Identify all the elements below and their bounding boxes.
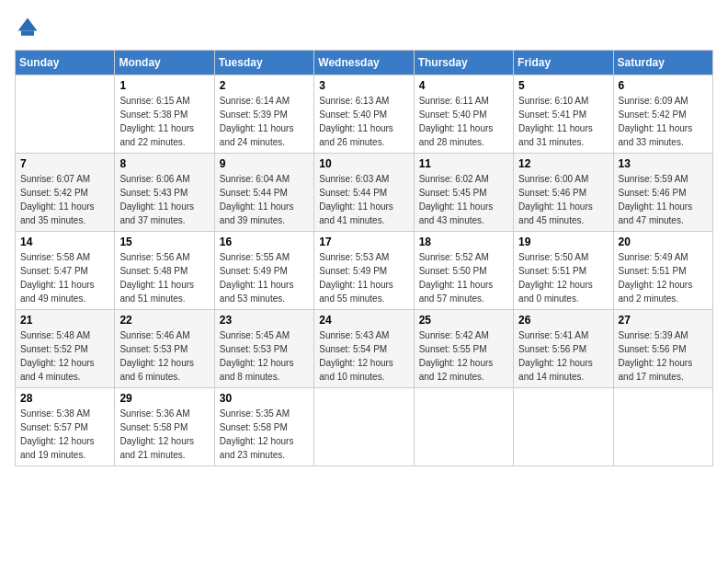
calendar-cell: 6Sunrise: 6:09 AMSunset: 5:42 PMDaylight… (613, 75, 712, 154)
day-number: 27 (619, 314, 708, 327)
calendar-cell: 28Sunrise: 5:38 AMSunset: 5:57 PMDayligh… (16, 388, 115, 466)
day-of-week-header: Sunday (16, 51, 115, 75)
calendar-body: 1Sunrise: 6:15 AMSunset: 5:38 PMDaylight… (16, 75, 713, 466)
day-number: 7 (20, 157, 109, 170)
day-info: Sunrise: 5:52 AMSunset: 5:50 PMDaylight:… (419, 250, 508, 305)
day-info: Sunrise: 5:45 AMSunset: 5:53 PMDaylight:… (220, 328, 309, 384)
day-info: Sunrise: 6:15 AMSunset: 5:38 PMDaylight:… (119, 94, 209, 149)
calendar-cell: 7Sunrise: 6:07 AMSunset: 5:42 PMDaylight… (16, 154, 115, 232)
day-info: Sunrise: 5:36 AMSunset: 5:58 PMDaylight:… (119, 407, 209, 462)
day-of-week-header: Tuesday (214, 51, 313, 75)
calendar-cell: 9Sunrise: 6:04 AMSunset: 5:44 PMDaylight… (214, 154, 313, 232)
calendar-cell: 25Sunrise: 5:42 AMSunset: 5:55 PMDayligh… (414, 310, 513, 388)
calendar-cell: 4Sunrise: 6:11 AMSunset: 5:40 PMDaylight… (414, 75, 513, 154)
day-number: 16 (220, 236, 309, 248)
day-info: Sunrise: 5:50 AMSunset: 5:51 PMDaylight:… (518, 250, 608, 305)
day-number: 30 (220, 392, 309, 405)
day-number: 1 (119, 79, 209, 92)
calendar-cell: 21Sunrise: 5:48 AMSunset: 5:52 PMDayligh… (16, 310, 115, 388)
calendar-cell: 29Sunrise: 5:36 AMSunset: 5:58 PMDayligh… (115, 388, 214, 466)
day-info: Sunrise: 5:53 AMSunset: 5:49 PMDaylight:… (319, 250, 408, 305)
day-number: 20 (619, 236, 708, 248)
calendar-week-row: 1Sunrise: 6:15 AMSunset: 5:38 PMDaylight… (16, 75, 713, 154)
calendar-header-row: SundayMondayTuesdayWednesdayThursdayFrid… (16, 51, 713, 75)
day-number: 8 (119, 157, 209, 170)
day-number: 12 (518, 157, 608, 170)
day-info: Sunrise: 5:42 AMSunset: 5:55 PMDaylight:… (419, 328, 508, 384)
day-info: Sunrise: 6:04 AMSunset: 5:44 PMDaylight:… (220, 172, 309, 227)
day-info: Sunrise: 5:55 AMSunset: 5:49 PMDaylight:… (220, 250, 309, 305)
day-number: 23 (220, 314, 309, 327)
day-info: Sunrise: 5:46 AMSunset: 5:53 PMDaylight:… (119, 328, 209, 384)
day-number: 4 (419, 79, 508, 92)
calendar-cell: 19Sunrise: 5:50 AMSunset: 5:51 PMDayligh… (514, 232, 613, 310)
calendar-cell: 11Sunrise: 6:02 AMSunset: 5:45 PMDayligh… (414, 154, 513, 232)
calendar-week-row: 7Sunrise: 6:07 AMSunset: 5:42 PMDaylight… (16, 154, 713, 232)
svg-rect-1 (21, 31, 34, 36)
day-of-week-header: Friday (514, 51, 613, 75)
calendar-table: SundayMondayTuesdayWednesdayThursdayFrid… (15, 50, 713, 466)
day-number: 10 (319, 157, 408, 170)
calendar-cell (613, 388, 712, 466)
calendar-cell: 30Sunrise: 5:35 AMSunset: 5:58 PMDayligh… (214, 388, 313, 466)
calendar-week-row: 14Sunrise: 5:58 AMSunset: 5:47 PMDayligh… (16, 232, 713, 310)
day-info: Sunrise: 5:48 AMSunset: 5:52 PMDaylight:… (20, 328, 109, 384)
svg-marker-0 (18, 18, 38, 31)
calendar-cell (414, 388, 513, 466)
day-of-week-header: Thursday (414, 51, 513, 75)
calendar-cell: 23Sunrise: 5:45 AMSunset: 5:53 PMDayligh… (214, 310, 313, 388)
day-number: 6 (619, 79, 708, 92)
day-info: Sunrise: 5:49 AMSunset: 5:51 PMDaylight:… (619, 250, 708, 305)
day-info: Sunrise: 5:35 AMSunset: 5:58 PMDaylight:… (220, 407, 309, 462)
day-info: Sunrise: 6:02 AMSunset: 5:45 PMDaylight:… (419, 172, 508, 227)
day-info: Sunrise: 6:09 AMSunset: 5:42 PMDaylight:… (619, 94, 708, 149)
day-info: Sunrise: 6:07 AMSunset: 5:42 PMDaylight:… (20, 172, 109, 227)
calendar-cell: 26Sunrise: 5:41 AMSunset: 5:56 PMDayligh… (514, 310, 613, 388)
calendar-cell (314, 388, 414, 466)
calendar-cell (16, 75, 115, 154)
day-info: Sunrise: 6:03 AMSunset: 5:44 PMDaylight:… (319, 172, 408, 227)
day-info: Sunrise: 6:13 AMSunset: 5:40 PMDaylight:… (319, 94, 408, 149)
day-number: 26 (518, 314, 608, 327)
day-number: 28 (20, 392, 109, 405)
calendar-cell: 2Sunrise: 6:14 AMSunset: 5:39 PMDaylight… (214, 75, 313, 154)
calendar-cell: 18Sunrise: 5:52 AMSunset: 5:50 PMDayligh… (414, 232, 513, 310)
calendar-cell: 16Sunrise: 5:55 AMSunset: 5:49 PMDayligh… (214, 232, 313, 310)
day-info: Sunrise: 6:00 AMSunset: 5:46 PMDaylight:… (518, 172, 608, 227)
calendar-cell: 17Sunrise: 5:53 AMSunset: 5:49 PMDayligh… (314, 232, 414, 310)
calendar-cell (514, 388, 613, 466)
day-of-week-header: Monday (115, 51, 214, 75)
calendar-cell: 20Sunrise: 5:49 AMSunset: 5:51 PMDayligh… (613, 232, 712, 310)
day-number: 17 (319, 236, 408, 248)
calendar-cell: 24Sunrise: 5:43 AMSunset: 5:54 PMDayligh… (314, 310, 414, 388)
calendar-cell: 13Sunrise: 5:59 AMSunset: 5:46 PMDayligh… (613, 154, 712, 232)
calendar-cell: 22Sunrise: 5:46 AMSunset: 5:53 PMDayligh… (115, 310, 214, 388)
day-info: Sunrise: 5:43 AMSunset: 5:54 PMDaylight:… (319, 328, 408, 384)
day-info: Sunrise: 6:14 AMSunset: 5:39 PMDaylight:… (220, 94, 309, 149)
page-header (15, 15, 713, 40)
day-number: 21 (20, 314, 109, 327)
day-number: 29 (119, 392, 209, 405)
day-number: 2 (220, 79, 309, 92)
day-of-week-header: Wednesday (314, 51, 414, 75)
calendar-cell: 10Sunrise: 6:03 AMSunset: 5:44 PMDayligh… (314, 154, 414, 232)
day-number: 5 (518, 79, 608, 92)
day-info: Sunrise: 5:38 AMSunset: 5:57 PMDaylight:… (20, 407, 109, 462)
day-info: Sunrise: 6:11 AMSunset: 5:40 PMDaylight:… (419, 94, 508, 149)
day-number: 11 (419, 157, 508, 170)
day-number: 15 (119, 236, 209, 248)
day-info: Sunrise: 5:58 AMSunset: 5:47 PMDaylight:… (20, 250, 109, 305)
day-info: Sunrise: 5:39 AMSunset: 5:56 PMDaylight:… (619, 328, 708, 384)
day-number: 13 (619, 157, 708, 170)
day-info: Sunrise: 6:06 AMSunset: 5:43 PMDaylight:… (119, 172, 209, 227)
day-number: 19 (518, 236, 608, 248)
calendar-week-row: 28Sunrise: 5:38 AMSunset: 5:57 PMDayligh… (16, 388, 713, 466)
day-info: Sunrise: 5:59 AMSunset: 5:46 PMDaylight:… (619, 172, 708, 227)
day-number: 25 (419, 314, 508, 327)
day-of-week-header: Saturday (613, 51, 712, 75)
calendar-cell: 8Sunrise: 6:06 AMSunset: 5:43 PMDaylight… (115, 154, 214, 232)
day-number: 18 (419, 236, 508, 248)
day-info: Sunrise: 6:10 AMSunset: 5:41 PMDaylight:… (518, 94, 608, 149)
day-number: 24 (319, 314, 408, 327)
calendar-cell: 15Sunrise: 5:56 AMSunset: 5:48 PMDayligh… (115, 232, 214, 310)
